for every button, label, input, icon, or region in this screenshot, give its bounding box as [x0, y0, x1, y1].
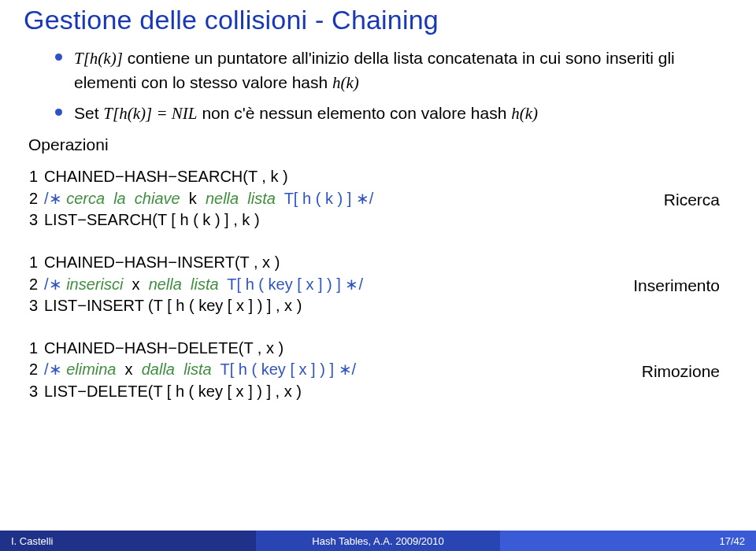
kw: la — [113, 190, 126, 207]
code: CHAINED−HASH−DELETE(T , x ) — [44, 339, 284, 357]
code: LIST−SEARCH(T [ h ( k ) ] , k ) — [44, 211, 260, 228]
tok: x — [132, 276, 140, 293]
comment-close: ∗/ — [345, 276, 363, 293]
math-hk-2: h(k) — [511, 104, 538, 123]
code-block-search: 1CHAINED−HASH−SEARCH(T , k ) 2/∗ cerca l… — [24, 166, 726, 231]
tok: T[ h ( key [ x ] ) ] — [220, 361, 333, 378]
code-lines: 1CHAINED−HASH−DELETE(T , x ) 2/∗ elimina… — [24, 338, 726, 403]
code: CHAINED−HASH−INSERT(T , x ) — [44, 253, 280, 271]
math-set: T[h(k)] = NIL — [103, 104, 197, 123]
lineno: 3 — [24, 381, 38, 403]
code: CHAINED−HASH−SEARCH(T , k ) — [44, 168, 288, 185]
comment-close: ∗/ — [339, 361, 357, 378]
bullet-2-text: non c'è nessun elemento con valore hash — [198, 104, 512, 122]
comment-open: /∗ — [44, 276, 62, 293]
side-label-inserimento: Inserimento — [633, 274, 720, 298]
footer-author: I. Castelli — [0, 531, 256, 551]
kw: lista — [191, 276, 219, 293]
kw: inserisci — [66, 276, 123, 293]
lineno: 1 — [24, 166, 38, 188]
tok: T[ h ( k ) ] — [284, 190, 352, 207]
operazioni-heading: Operazioni — [28, 133, 726, 157]
side-label-ricerca: Ricerca — [664, 188, 720, 212]
kw: nella — [206, 190, 239, 207]
bullet-item-1: T[h(k)] contiene un puntatore all'inizio… — [55, 46, 726, 95]
bullet-item-2: Set T[h(k)] = NIL non c'è nessun element… — [55, 102, 726, 126]
math-thk: T[h(k)] — [74, 49, 123, 68]
comment-open: /∗ — [44, 190, 62, 207]
slide-title: Gestione delle collisioni - Chaining — [0, 0, 756, 35]
code-lines: 1CHAINED−HASH−SEARCH(T , k ) 2/∗ cerca l… — [24, 166, 726, 231]
lineno: 1 — [24, 252, 38, 274]
code: LIST−DELETE(T [ h ( key [ x ] ) ] , x ) — [44, 383, 302, 400]
kw: elimina — [66, 361, 116, 378]
comment-open: /∗ — [44, 361, 62, 378]
lineno: 2 — [24, 359, 38, 381]
math-hk: h(k) — [332, 73, 359, 92]
side-label-rimozione: Rimozione — [642, 360, 720, 383]
kw: lista — [247, 190, 276, 207]
footer-title: Hash Tables, A.A. 2009/2010 — [256, 531, 501, 551]
footer: I. Castelli Hash Tables, A.A. 2009/2010 … — [0, 531, 756, 551]
code-block-delete: 1CHAINED−HASH−DELETE(T , x ) 2/∗ elimina… — [24, 338, 726, 403]
slide: Gestione delle collisioni - Chaining T[h… — [0, 0, 756, 551]
lineno: 3 — [24, 295, 38, 317]
code-block-insert: 1CHAINED−HASH−INSERT(T , x ) 2/∗ inseris… — [24, 252, 726, 317]
tok: T[ h ( key [ x ] ) ] — [227, 276, 340, 293]
footer-pageno: 17/42 — [500, 531, 756, 551]
kw: lista — [183, 361, 212, 378]
bullet-2-prefix: Set — [74, 104, 103, 122]
slide-content: T[h(k)] contiene un puntatore all'inizio… — [0, 35, 756, 403]
lineno: 3 — [24, 209, 38, 231]
lineno: 2 — [24, 274, 38, 296]
comment-close: ∗/ — [356, 190, 374, 207]
lineno: 1 — [24, 338, 38, 360]
kw: chiave — [135, 190, 180, 207]
tok: x — [125, 361, 133, 378]
bullet-1-text: contiene un puntatore all'inizio della l… — [74, 49, 675, 91]
kw: nella — [149, 276, 182, 293]
code-lines: 1CHAINED−HASH−INSERT(T , x ) 2/∗ inseris… — [24, 252, 726, 317]
tok: k — [189, 190, 197, 207]
lineno: 2 — [24, 188, 38, 210]
kw: cerca — [66, 190, 105, 207]
kw: dalla — [142, 361, 175, 378]
code: LIST−INSERT (T [ h ( key [ x ] ) ] , x ) — [44, 297, 302, 314]
